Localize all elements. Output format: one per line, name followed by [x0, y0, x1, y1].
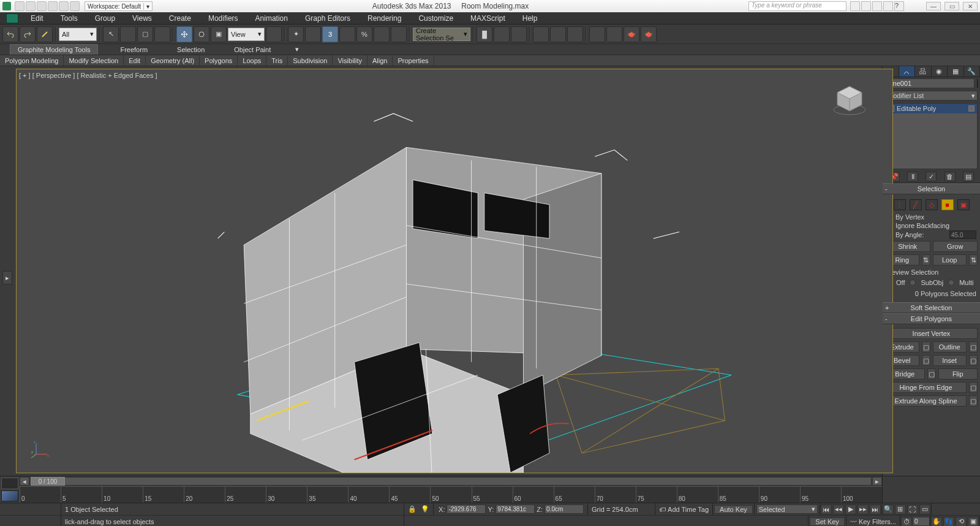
- menu-graph-editors[interactable]: Graph Editors: [296, 12, 359, 24]
- modifier-stack[interactable]: Editable Poly: [885, 103, 978, 169]
- ribbon-expand-icon[interactable]: ▾: [293, 44, 301, 55]
- ribbon-sub-subdivision[interactable]: Subdivision: [288, 55, 333, 66]
- help-icon[interactable]: ?: [894, 1, 904, 11]
- named-selection-dropdown[interactable]: Create Selection Se▾: [413, 28, 470, 41]
- timeline-lock-icon[interactable]: [1, 478, 18, 489]
- y-coord-input[interactable]: [496, 505, 535, 514]
- subobj-polygon-icon[interactable]: ■: [941, 199, 954, 210]
- ribbon-sub-align[interactable]: Align: [368, 55, 393, 66]
- menu-customize[interactable]: Customize: [410, 12, 462, 24]
- qat-new-icon[interactable]: [15, 1, 24, 11]
- lock-selection-icon[interactable]: 🔒: [408, 505, 417, 513]
- nav-max-toggle-icon[interactable]: ▣: [968, 517, 979, 527]
- goto-start-icon[interactable]: ⏮: [821, 505, 832, 514]
- ribbon-sub-modify-selection[interactable]: Modify Selection: [64, 55, 124, 66]
- percent-snap-icon[interactable]: %: [356, 26, 372, 42]
- application-button[interactable]: [2, 12, 22, 24]
- window-crossing-icon[interactable]: [154, 26, 170, 42]
- ribbon-sub-loops[interactable]: Loops: [238, 55, 266, 66]
- menu-rendering[interactable]: Rendering: [359, 12, 410, 24]
- time-tag-icon[interactable]: 🏷: [659, 506, 666, 513]
- exchange-icon[interactable]: [872, 1, 882, 11]
- selection-filter-dropdown[interactable]: All▾: [59, 28, 97, 41]
- rollout-selection-header[interactable]: -Selection: [883, 183, 980, 194]
- inset-button[interactable]: Inset: [933, 355, 967, 366]
- schematic-view-icon[interactable]: [550, 26, 566, 42]
- minimize-button[interactable]: —: [926, 2, 941, 10]
- redo-icon[interactable]: [20, 26, 36, 42]
- make-unique-icon[interactable]: ✓: [925, 172, 937, 181]
- object-color-swatch[interactable]: [977, 79, 978, 88]
- goto-end-icon[interactable]: ⏭: [870, 505, 881, 514]
- next-frame-icon[interactable]: ▸▸: [858, 505, 869, 514]
- isolate-selection-icon[interactable]: 💡: [421, 505, 429, 513]
- extrude-settings-icon[interactable]: ▢: [922, 341, 930, 353]
- select-object-icon[interactable]: ↖: [103, 26, 119, 42]
- stack-item-editable-poly[interactable]: Editable Poly: [886, 104, 977, 113]
- use-pivot-center-icon[interactable]: [266, 26, 282, 42]
- time-slider-track[interactable]: 0 / 100: [30, 477, 872, 486]
- close-button[interactable]: ✕: [963, 2, 978, 10]
- mirror-icon[interactable]: ▐▌: [477, 26, 492, 42]
- nav-pan-icon[interactable]: ✋: [931, 517, 942, 527]
- tab-utilities-icon[interactable]: 🔧: [964, 66, 981, 77]
- tab-motion-icon[interactable]: ◉: [932, 66, 948, 77]
- qat-redo-icon[interactable]: [59, 1, 69, 11]
- z-coord-input[interactable]: [545, 505, 584, 514]
- menu-help[interactable]: Help: [514, 12, 546, 24]
- hinge-settings-icon[interactable]: ▢: [969, 382, 978, 393]
- ribbon-tab-object-paint[interactable]: Object Paint: [227, 44, 278, 55]
- grow-button[interactable]: Grow: [933, 241, 978, 252]
- outline-settings-icon[interactable]: ▢: [969, 341, 978, 353]
- qat-open-icon[interactable]: [26, 1, 36, 11]
- nav-walk-icon[interactable]: 👣: [943, 517, 954, 527]
- remove-modifier-icon[interactable]: 🗑: [944, 172, 956, 181]
- viewcube-icon[interactable]: [831, 82, 868, 118]
- ribbon-sub-polygon-modeling[interactable]: Polygon Modeling: [0, 55, 64, 66]
- ribbon-sub-edit[interactable]: Edit: [124, 55, 146, 66]
- angle-snap-icon[interactable]: [339, 26, 355, 42]
- menu-create[interactable]: Create: [160, 12, 200, 24]
- select-by-name-icon[interactable]: [120, 26, 136, 42]
- nav-zoom-all-icon[interactable]: ⊞: [895, 505, 906, 514]
- time-config-icon[interactable]: ⏱: [901, 517, 912, 527]
- modifier-list-dropdown[interactable]: Modifier List▾: [885, 91, 978, 101]
- search-icon[interactable]: [850, 1, 860, 11]
- align-icon[interactable]: [494, 26, 510, 42]
- hinge-button[interactable]: Hinge From Edge: [885, 382, 967, 393]
- favorites-icon[interactable]: [883, 1, 893, 11]
- spinner-snap-icon[interactable]: [374, 26, 390, 42]
- workspace-dropdown[interactable]: Workspace: Default ▾: [85, 1, 153, 11]
- ribbon-sub-properties[interactable]: Properties: [393, 55, 434, 66]
- menu-edit[interactable]: Edit: [22, 12, 52, 24]
- maxscript-listener[interactable]: [0, 503, 61, 515]
- qat-undo-icon[interactable]: [48, 1, 58, 11]
- qat-save-icon[interactable]: [37, 1, 47, 11]
- menu-group[interactable]: Group: [86, 12, 124, 24]
- show-end-result-icon[interactable]: Ⅱ: [907, 172, 918, 181]
- object-name-input[interactable]: [885, 78, 974, 88]
- subobj-edge-icon[interactable]: ╱: [910, 199, 922, 210]
- key-filters-button[interactable]: Key Filters...: [859, 518, 896, 525]
- x-coord-input[interactable]: [447, 505, 486, 514]
- menu-animation[interactable]: Animation: [247, 12, 296, 24]
- keyboard-shortcut-icon[interactable]: [305, 26, 321, 42]
- set-key-button[interactable]: Set Key: [810, 517, 845, 526]
- curve-editor-icon[interactable]: [533, 26, 549, 42]
- mini-curve-editor-icon[interactable]: [1, 490, 18, 501]
- by-angle-input[interactable]: [949, 231, 976, 239]
- rollout-edit-polygons-header[interactable]: -Edit Polygons: [883, 313, 980, 324]
- add-time-tag-button[interactable]: Add Time Tag: [668, 506, 709, 513]
- nav-zoom-icon[interactable]: 🔍: [883, 505, 894, 514]
- auto-key-button[interactable]: Auto Key: [714, 505, 753, 514]
- menu-maxscript[interactable]: MAXScript: [462, 12, 514, 24]
- loop-spinner-icon[interactable]: ⇅: [969, 254, 978, 265]
- subobj-element-icon[interactable]: ▣: [957, 199, 970, 210]
- ribbon-tab-graphite[interactable]: Graphite Modeling Tools: [10, 44, 98, 55]
- ribbon-sub-tris[interactable]: Tris: [266, 55, 288, 66]
- nav-orbit-icon[interactable]: ⟲: [956, 517, 967, 527]
- rollout-soft-selection-header[interactable]: +Soft Selection: [883, 302, 980, 313]
- preview-subobj-radio[interactable]: [910, 280, 916, 286]
- maximize-button[interactable]: ▭: [944, 2, 959, 10]
- material-editor-icon[interactable]: [567, 26, 583, 42]
